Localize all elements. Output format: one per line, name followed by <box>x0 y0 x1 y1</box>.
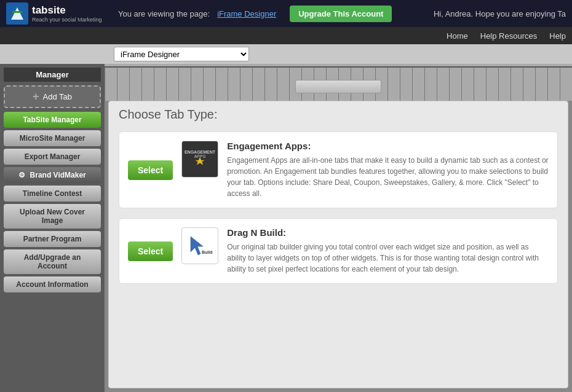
engagement-select-button[interactable]: Select <box>128 160 173 180</box>
nav-home[interactable]: Home <box>447 31 468 41</box>
ruler-bar <box>295 80 381 93</box>
sidebar-item-export-manager[interactable]: Export Manager <box>4 149 101 165</box>
add-tab-label: Add Tab <box>43 92 72 101</box>
sidebar-item-brand-vidmaker[interactable]: ⚙ Brand VidMaker <box>4 167 101 183</box>
sidebar-item-add-upgrade[interactable]: Add/Upgrade an Account <box>4 249 101 274</box>
dragbuild-content: Drag N Build: Our original tab builder g… <box>227 227 549 275</box>
tab-type-title: Choose Tab Type: <box>119 108 558 122</box>
nav-bar: Home Help Resources Help <box>0 27 572 44</box>
drag-build-card: Select Build Drag N Build: Our original … <box>119 218 558 284</box>
plus-icon: + <box>33 90 39 103</box>
page-link[interactable]: iFrame Designer <box>217 9 276 18</box>
svg-text:ENGAGEMENT: ENGAGEMENT <box>185 150 215 154</box>
dragbuild-icon: Build <box>181 227 218 264</box>
main-layout: Manager + Add Tab TabSite Manager MicroS… <box>0 64 572 392</box>
logo: tabsite Reach your social Marketing <box>6 2 111 25</box>
engagement-content: Engagement Apps: Engagement Apps are all… <box>227 141 549 199</box>
greeting-text: Hi, Andrea. Hope you are enjoying Ta <box>434 9 566 18</box>
header: tabsite Reach your social Marketing You … <box>0 0 572 27</box>
dragbuild-description: Our original tab builder giving you tota… <box>227 241 549 275</box>
nav-help-resources[interactable]: Help Resources <box>480 31 538 41</box>
vidmaker-icon: ⚙ <box>18 171 25 179</box>
sidebar-item-account-info[interactable]: Account Information <box>4 276 101 292</box>
engagement-icon: ENGAGEMENT APPS <box>181 141 218 178</box>
sidebar-item-timeline-contest[interactable]: Timeline Contest <box>4 186 101 202</box>
logo-icon <box>6 2 28 25</box>
add-tab-button[interactable]: + Add Tab <box>4 85 101 108</box>
sidebar-item-partner-program[interactable]: Partner Program <box>4 231 101 247</box>
svg-text:Build: Build <box>202 250 213 254</box>
page-selector[interactable]: iFrame Designer <box>114 47 249 61</box>
upgrade-button[interactable]: Upgrade This Account <box>290 6 392 22</box>
sidebar-item-upload-cover[interactable]: Upload New Cover Image <box>4 204 101 229</box>
logo-name: tabsite <box>32 4 66 16</box>
dragbuild-title: Drag N Build: <box>227 227 549 238</box>
dropdown-row: iFrame Designer <box>0 44 572 64</box>
viewing-label: You are viewing the page: <box>118 9 210 18</box>
ruler-ticks <box>105 66 572 101</box>
ruler <box>105 64 572 101</box>
sidebar: Manager + Add Tab TabSite Manager MicroS… <box>0 64 105 392</box>
sidebar-item-tabsite-manager[interactable]: TabSite Manager <box>4 112 101 128</box>
sidebar-item-microsite-manager[interactable]: MicroSite Manager <box>4 130 101 146</box>
svg-rect-2 <box>12 11 22 13</box>
tab-type-panel: Choose Tab Type: Select ENGAGEMENT APPS … <box>108 101 568 388</box>
dragbuild-select-button[interactable]: Select <box>128 241 173 261</box>
nav-help[interactable]: Help <box>549 31 566 41</box>
content-area: Choose Tab Type: Select ENGAGEMENT APPS … <box>105 64 572 392</box>
engagement-title: Engagement Apps: <box>227 141 549 151</box>
manager-label: Manager <box>4 68 101 82</box>
engagement-apps-card: Select ENGAGEMENT APPS Engagement Apps: … <box>119 131 558 208</box>
engagement-description: Engagement Apps are all-in-one tabs that… <box>227 155 549 199</box>
logo-tagline: Reach your social Marketing <box>32 17 102 23</box>
vidmaker-label: Brand VidMaker <box>30 171 86 179</box>
